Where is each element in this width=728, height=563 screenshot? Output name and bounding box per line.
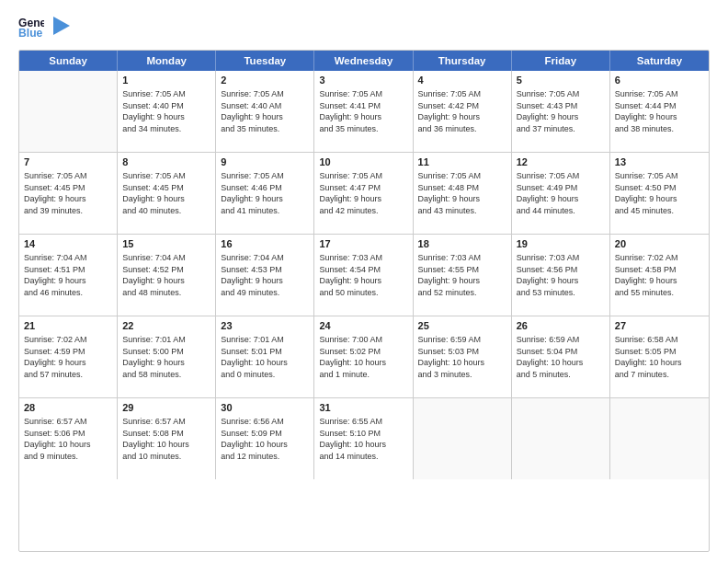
day-number: 5 [517, 75, 605, 86]
cell-info-line: Sunrise: 7:05 AM [221, 170, 309, 182]
day-number: 28 [24, 402, 112, 413]
cell-info-line: Sunrise: 7:05 AM [418, 170, 506, 182]
cell-info-line: and 37 minutes. [517, 123, 605, 135]
day-number: 13 [615, 156, 704, 167]
cell-info-line: Sunrise: 6:56 AM [221, 416, 309, 428]
cell-info-line: Sunset: 4:49 PM [517, 182, 605, 194]
calendar-row-5: 28Sunrise: 6:57 AMSunset: 5:06 PMDayligh… [19, 398, 709, 479]
cell-info-line: Daylight: 9 hours [615, 111, 704, 123]
calendar-cell [610, 398, 709, 479]
day-number: 26 [517, 320, 605, 331]
cell-info-line: Sunset: 5:03 PM [418, 346, 506, 358]
weekday-header-friday: Friday [512, 51, 610, 71]
calendar-cell [414, 398, 512, 479]
cell-info-line: Daylight: 9 hours [122, 275, 210, 287]
cell-info-line: Sunrise: 7:04 AM [24, 252, 112, 264]
calendar-cell: 5Sunrise: 7:05 AMSunset: 4:43 PMDaylight… [512, 71, 610, 152]
cell-info-line: and 3 minutes. [418, 369, 506, 381]
day-number: 19 [517, 238, 605, 249]
cell-info-line: Daylight: 9 hours [615, 275, 704, 287]
cell-info-line: and 50 minutes. [319, 287, 407, 299]
cell-info-line: and 14 minutes. [319, 451, 407, 463]
cell-info-line: Sunrise: 7:05 AM [24, 170, 112, 182]
header: General Blue [18, 15, 710, 40]
calendar-cell: 17Sunrise: 7:03 AMSunset: 4:54 PMDayligh… [314, 235, 413, 316]
cell-info-line: and 38 minutes. [615, 123, 704, 135]
calendar-cell [19, 71, 118, 152]
cell-info-line: Sunrise: 7:05 AM [615, 170, 704, 182]
cell-info-line: Sunset: 4:40 AM [221, 100, 309, 112]
cell-info-line: Daylight: 10 hours [319, 439, 407, 451]
day-number: 24 [319, 320, 407, 331]
calendar-cell: 25Sunrise: 6:59 AMSunset: 5:03 PMDayligh… [414, 316, 512, 397]
cell-info-line: Daylight: 10 hours [615, 357, 704, 369]
day-number: 10 [319, 156, 407, 167]
cell-info-line: and 42 minutes. [319, 205, 407, 217]
cell-info-line: Sunset: 5:00 PM [122, 346, 210, 358]
cell-info-line: Sunrise: 6:57 AM [122, 416, 210, 428]
cell-info-line: Sunset: 5:01 PM [221, 346, 309, 358]
weekday-header-tuesday: Tuesday [216, 51, 314, 71]
calendar-cell: 7Sunrise: 7:05 AMSunset: 4:45 PMDaylight… [19, 153, 118, 234]
cell-info-line: Sunset: 4:53 PM [221, 264, 309, 276]
weekday-header-saturday: Saturday [610, 51, 709, 71]
day-number: 6 [615, 75, 704, 86]
cell-info-line: and 53 minutes. [517, 287, 605, 299]
day-number: 17 [319, 238, 407, 249]
cell-info-line: Daylight: 9 hours [221, 275, 309, 287]
day-number: 1 [122, 75, 210, 86]
cell-info-line: Daylight: 9 hours [418, 193, 506, 205]
cell-info-line: Daylight: 9 hours [418, 275, 506, 287]
day-number: 14 [24, 238, 112, 249]
day-number: 21 [24, 320, 112, 331]
cell-info-line: and 10 minutes. [122, 451, 210, 463]
calendar-body: 1Sunrise: 7:05 AMSunset: 4:40 PMDaylight… [19, 71, 709, 479]
logo: General Blue [18, 15, 70, 40]
cell-info-line: Daylight: 9 hours [122, 193, 210, 205]
cell-info-line: Daylight: 10 hours [221, 357, 309, 369]
cell-info-line: Daylight: 9 hours [221, 111, 309, 123]
calendar-cell: 18Sunrise: 7:03 AMSunset: 4:55 PMDayligh… [414, 235, 512, 316]
cell-info-line: Sunset: 4:40 PM [122, 100, 210, 112]
day-number: 12 [517, 156, 605, 167]
day-number: 20 [615, 238, 704, 249]
cell-info-line: Sunrise: 7:05 AM [319, 88, 407, 100]
day-number: 30 [221, 402, 309, 413]
day-number: 18 [418, 238, 506, 249]
cell-info-line: Sunrise: 6:59 AM [517, 334, 605, 346]
cell-info-line: Sunset: 4:41 PM [319, 100, 407, 112]
weekday-header-monday: Monday [118, 51, 216, 71]
weekday-header-sunday: Sunday [19, 51, 118, 71]
cell-info-line: Daylight: 10 hours [221, 439, 309, 451]
calendar-cell: 20Sunrise: 7:02 AMSunset: 4:58 PMDayligh… [610, 235, 709, 316]
cell-info-line: Sunrise: 7:02 AM [24, 334, 112, 346]
weekday-header-wednesday: Wednesday [314, 51, 413, 71]
cell-info-line: Daylight: 10 hours [517, 357, 605, 369]
day-number: 4 [418, 75, 506, 86]
cell-info-line: Sunrise: 7:04 AM [122, 252, 210, 264]
cell-info-line: and 46 minutes. [24, 287, 112, 299]
cell-info-line: Sunrise: 7:05 AM [221, 88, 309, 100]
page: General Blue SundayMondayTuesdayWednesda… [0, 0, 728, 563]
day-number: 8 [122, 156, 210, 167]
cell-info-line: Sunset: 5:06 PM [24, 428, 112, 440]
cell-info-line: Sunset: 4:45 PM [24, 182, 112, 194]
calendar-cell: 15Sunrise: 7:04 AMSunset: 4:52 PMDayligh… [118, 235, 216, 316]
cell-info-line: and 0 minutes. [221, 369, 309, 381]
cell-info-line: Sunset: 4:52 PM [122, 264, 210, 276]
day-number: 9 [221, 156, 309, 167]
calendar: SundayMondayTuesdayWednesdayThursdayFrid… [18, 50, 710, 552]
cell-info-line: Sunset: 5:10 PM [319, 428, 407, 440]
calendar-cell: 3Sunrise: 7:05 AMSunset: 4:41 PMDaylight… [314, 71, 413, 152]
cell-info-line: Sunset: 4:58 PM [615, 264, 704, 276]
day-number: 23 [221, 320, 309, 331]
calendar-cell: 19Sunrise: 7:03 AMSunset: 4:56 PMDayligh… [512, 235, 610, 316]
cell-info-line: Sunset: 4:50 PM [615, 182, 704, 194]
cell-info-line: and 49 minutes. [221, 287, 309, 299]
cell-info-line: Sunrise: 7:02 AM [615, 252, 704, 264]
cell-info-line: Sunrise: 7:05 AM [122, 88, 210, 100]
cell-info-line: and 35 minutes. [319, 123, 407, 135]
cell-info-line: Sunrise: 7:01 AM [122, 334, 210, 346]
cell-info-line: Sunrise: 7:03 AM [319, 252, 407, 264]
cell-info-line: and 43 minutes. [418, 205, 506, 217]
